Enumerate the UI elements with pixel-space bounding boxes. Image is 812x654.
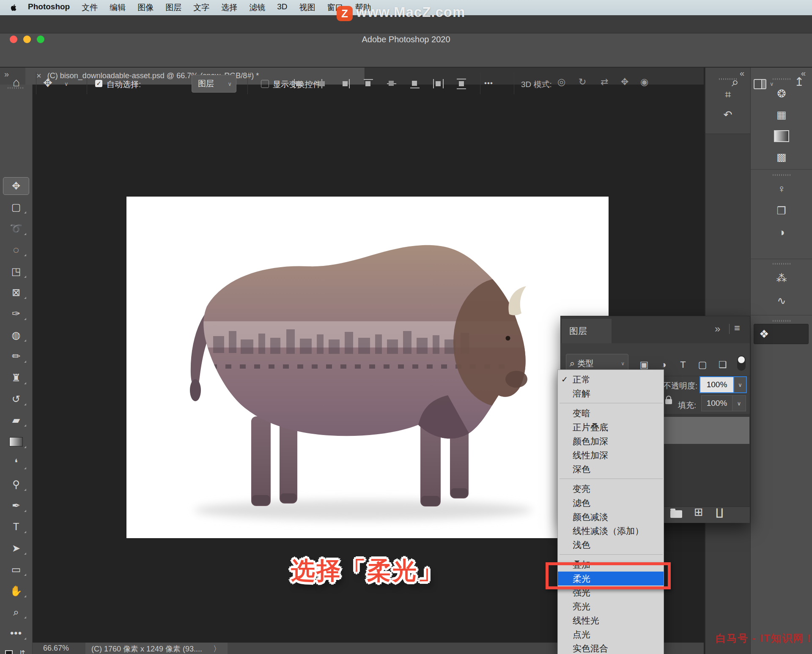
chevron-down-icon[interactable]: ∨ xyxy=(732,396,746,411)
auto-select-checkbox[interactable]: ✓ xyxy=(95,80,102,87)
panel-libraries-icon[interactable]: ❐ xyxy=(751,203,812,218)
blend-mode-item[interactable]: 颜色减淡 xyxy=(558,510,664,524)
dock-grip[interactable] xyxy=(773,263,790,265)
align-top-icon[interactable] xyxy=(362,77,376,90)
default-colors-icon[interactable] xyxy=(5,650,13,654)
brush-tool[interactable]: ✏ xyxy=(0,348,32,365)
align-bottom-icon[interactable] xyxy=(408,77,422,90)
eraser-tool[interactable]: ▰ xyxy=(0,411,32,429)
toolbar-more[interactable]: ••• xyxy=(0,624,32,642)
layers-panel-tab[interactable]: 图层 xyxy=(562,319,612,343)
move-tool-icon[interactable]: ✥ xyxy=(43,77,52,90)
delete-layer-icon[interactable]: ∐ xyxy=(716,506,723,518)
3d-orbit-icon[interactable]: ◎ xyxy=(557,77,565,88)
menubar-item-1[interactable]: 文件 xyxy=(82,2,98,13)
blend-mode-item[interactable]: 正片叠底 xyxy=(558,420,664,434)
3d-slide-icon[interactable]: ✥ xyxy=(621,77,628,88)
dock-grip[interactable] xyxy=(773,78,790,80)
gradient-tool[interactable] xyxy=(0,433,32,451)
panel-color-mixer-icon[interactable]: ⁂ xyxy=(751,271,812,285)
share-icon[interactable]: ↥ xyxy=(794,75,804,89)
show-transform-checkbox[interactable] xyxy=(261,80,269,88)
new-layer-icon[interactable]: ⊞ xyxy=(694,506,703,519)
menubar-item-3[interactable]: 图像 xyxy=(137,2,154,13)
blend-mode-item[interactable]: 点光 xyxy=(558,627,664,641)
panel-learn-icon[interactable]: ♀ xyxy=(751,181,812,196)
blend-mode-item[interactable]: 实色混合 xyxy=(558,641,664,654)
search-icon[interactable]: ⌕ xyxy=(732,75,739,90)
swap-colors-icon[interactable]: ⇵ xyxy=(19,649,25,654)
chevron-down-icon[interactable]: ∨ xyxy=(733,377,746,392)
path-select-tool[interactable]: ➤ xyxy=(0,539,32,557)
document-artboard[interactable] xyxy=(126,197,609,538)
lasso-tool[interactable]: ➰ xyxy=(0,220,32,238)
filter-smart-object-icon[interactable]: ❏ xyxy=(716,358,730,372)
panel-layers-button[interactable]: ❖ xyxy=(754,324,809,344)
hand-tool[interactable]: ✋ xyxy=(0,582,32,600)
dodge-tool[interactable]: ⚲ xyxy=(0,476,32,493)
type-tool[interactable]: T xyxy=(0,518,32,536)
3d-pan-icon[interactable]: ⇄ xyxy=(601,77,608,88)
filter-toggle-switch[interactable] xyxy=(737,356,746,371)
status-chevron-icon[interactable]: 〉 xyxy=(213,645,221,653)
panel-3d-icon[interactable]: ⌗ xyxy=(705,87,750,101)
align-right-icon[interactable] xyxy=(338,77,353,90)
blend-mode-item[interactable]: 深色 xyxy=(558,462,664,476)
tab-close-icon[interactable]: × xyxy=(36,71,41,81)
frame-tool[interactable]: ⊠ xyxy=(0,284,32,301)
chevron-down-icon[interactable]: ∨ xyxy=(770,81,774,87)
history-brush-tool[interactable]: ↺ xyxy=(0,390,32,408)
menubar-item-5[interactable]: 文字 xyxy=(193,2,209,13)
opacity-input[interactable]: 100% ∨ xyxy=(700,376,747,393)
auto-select-target-dropdown[interactable]: 图层 ∨ xyxy=(192,75,236,93)
object-selection-tool[interactable]: ◌ xyxy=(0,241,32,259)
collapse-dock-icon[interactable]: « xyxy=(740,68,744,78)
menubar-item-6[interactable]: 选择 xyxy=(221,2,237,13)
pen-tool[interactable]: ✒ xyxy=(0,497,32,514)
blend-mode-item[interactable]: 变暗 xyxy=(558,406,664,420)
blend-mode-item[interactable]: 滤色 xyxy=(558,496,664,510)
menubar-item-9[interactable]: 视图 xyxy=(299,2,315,13)
panel-collapse-icon[interactable]: » xyxy=(715,323,720,335)
blend-mode-item[interactable]: 亮光 xyxy=(558,599,664,613)
menubar-app-name[interactable]: Photoshop xyxy=(28,2,70,13)
panel-gradients-icon[interactable] xyxy=(774,130,789,142)
menubar-item-8[interactable]: 3D xyxy=(277,2,287,13)
align-center-h-icon[interactable] xyxy=(315,77,329,90)
chevron-down-icon[interactable]: ∨ xyxy=(64,81,69,87)
new-group-icon[interactable] xyxy=(670,510,682,518)
filter-shape-icon[interactable]: ▢ xyxy=(696,358,709,372)
panel-menu-icon[interactable]: ≡ xyxy=(734,322,740,334)
fill-input[interactable]: 100% ∨ xyxy=(701,395,746,411)
crop-tool[interactable]: ◳ xyxy=(0,263,32,280)
healing-brush-tool[interactable]: ◍ xyxy=(0,326,32,344)
blend-mode-item[interactable]: 变亮 xyxy=(558,482,664,496)
opacity-value[interactable]: 100% xyxy=(700,377,733,392)
zoom-tool[interactable]: ⌕ xyxy=(0,603,32,621)
move-tool[interactable]: ✥ xyxy=(3,177,29,195)
marquee-tool[interactable]: ▢ xyxy=(0,198,32,216)
blend-mode-item[interactable]: 线性加深 xyxy=(558,448,664,462)
dock-grip[interactable] xyxy=(773,320,790,322)
document-info[interactable]: (C) 1760 像素 x 1249 像素 (93....〉 xyxy=(85,643,228,654)
panel-history-icon[interactable]: ↶ xyxy=(705,107,750,122)
blend-mode-item[interactable]: 线性减淡（添加） xyxy=(558,524,664,538)
eyedropper-tool[interactable]: ✑ xyxy=(0,305,32,323)
menubar-item-7[interactable]: 滤镜 xyxy=(249,2,265,13)
align-middle-icon[interactable] xyxy=(385,77,399,90)
apple-icon[interactable] xyxy=(9,3,18,12)
filter-type-icon[interactable]: T xyxy=(676,358,690,372)
blend-mode-item[interactable]: 浅色 xyxy=(558,538,664,552)
workspace-icon[interactable] xyxy=(754,79,766,89)
3d-roll-icon[interactable]: ↻ xyxy=(579,77,586,88)
home-icon[interactable]: ⌂ xyxy=(13,76,20,89)
dock-grip[interactable] xyxy=(773,174,790,176)
distribute-v-icon[interactable] xyxy=(455,77,469,90)
menubar-item-2[interactable]: 编辑 xyxy=(110,2,126,13)
fill-value[interactable]: 100% xyxy=(702,396,732,411)
panel-paths-icon[interactable]: ∿ xyxy=(751,293,812,308)
more-options-icon[interactable]: ••• xyxy=(484,79,493,88)
blur-tool[interactable]: ❛ xyxy=(0,454,32,472)
blend-mode-item[interactable]: 溶解 xyxy=(558,386,664,400)
align-left-icon[interactable] xyxy=(292,77,306,90)
